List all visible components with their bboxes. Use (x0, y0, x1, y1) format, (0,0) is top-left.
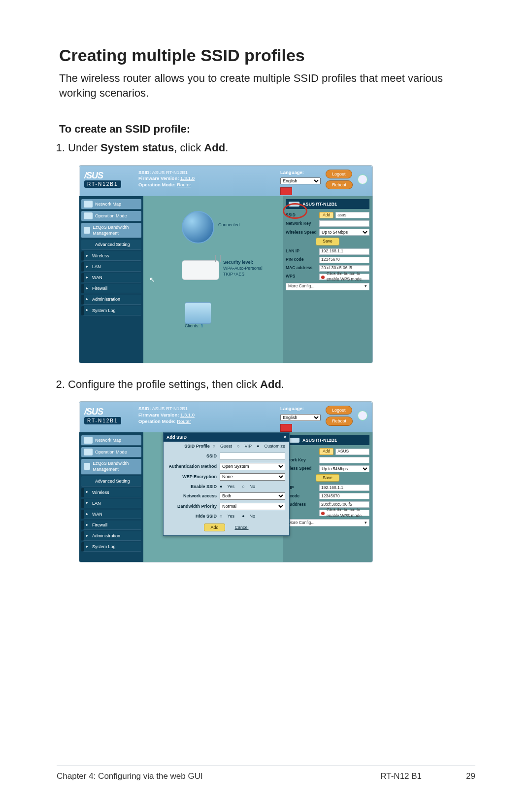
save-button[interactable]: Save (316, 238, 339, 245)
client-icon (185, 302, 211, 324)
sidebar-item-firewall[interactable]: Firewall (81, 284, 141, 293)
sidebar: Network Map Operation Mode EzQoS Bandwid… (79, 432, 143, 562)
footer-page-number: 29 (466, 771, 475, 782)
header-meta: SSID: ASUS RT-N12B1 Firmware Version: 1.… (138, 406, 275, 424)
screenshot-2: /SUS RT-N12B1 SSID: ASUS RT-N12B1 Firmwa… (79, 401, 373, 562)
language-select[interactable]: English (280, 177, 321, 184)
sidebar-item-administration[interactable]: Administration (81, 295, 141, 304)
sidebar-item-system-log[interactable]: System Log (81, 306, 141, 315)
sidebar-item-ezqos[interactable]: EzQoS Bandwidth Management (81, 459, 141, 474)
sidebar-item-advanced[interactable]: Advanced Setting (81, 240, 141, 250)
save-button[interactable]: Save (316, 474, 339, 482)
wireless-speed-select[interactable]: Up to 54Mbps (319, 229, 369, 236)
logout-button[interactable]: Logout (326, 406, 352, 415)
sidebar-item-operation-mode[interactable]: Operation Mode (81, 211, 141, 221)
flag-icon (280, 187, 292, 195)
logout-button[interactable]: Logout (326, 170, 352, 178)
enable-ssid-radios[interactable]: ● Yes ○ No (220, 484, 255, 489)
dialog-cancel-link[interactable]: Cancel (235, 524, 249, 530)
network-map-area: Connected Security level:WPA-Auto-Person… (143, 196, 283, 363)
header-meta: SSID: ASUS RT-N12B1 Firmware Version: 1.… (138, 170, 275, 188)
screenshot-1: /SUS RT-N12B1 SSID: ASUS RT-N12B1 Firmwa… (79, 165, 373, 363)
sidebar-item-wan[interactable]: WAN (81, 273, 141, 282)
wireless-speed-select[interactable]: Up to 54Mbps (319, 465, 369, 472)
footer-model: RT-N12 B1 (380, 771, 422, 782)
globe-icon (182, 211, 214, 244)
sidebar-item-administration[interactable]: Administration (81, 531, 141, 541)
sidebar-item-lan[interactable]: LAN (81, 262, 141, 272)
auth-method-select[interactable]: Open System (220, 463, 285, 470)
network-key-input[interactable] (319, 220, 369, 227)
hide-ssid-radios[interactable]: ○ Yes ● No (220, 513, 255, 519)
sidebar-item-network-map[interactable]: Network Map (81, 199, 141, 209)
system-status-panel: ASUS RT-N12B1 SSID Add asus Network Key … (283, 196, 372, 363)
gear-icon[interactable] (358, 174, 367, 184)
bandwidth-priority-select[interactable]: Normal (220, 503, 285, 510)
clients-label: Clients: 1 (185, 323, 203, 329)
language-select[interactable]: English (280, 414, 321, 421)
lan-ip-value: 192.168.1.1 (319, 248, 369, 255)
gear-icon[interactable] (358, 411, 367, 420)
network-key-input[interactable] (319, 457, 369, 463)
add-ssid-button[interactable]: Add (319, 448, 333, 454)
wep-encryption-select[interactable]: None (220, 473, 285, 481)
step-1: Under System status, click Add. (68, 140, 475, 155)
footer-chapter: Chapter 4: Configuring via the web GUI (57, 771, 203, 782)
sidebar-item-ezqos[interactable]: EzQoS Bandwidth Management (81, 223, 141, 238)
lan-ip-value: 192.168.1.1 (319, 485, 369, 491)
close-icon[interactable]: × (284, 434, 286, 440)
flag-icon (280, 424, 292, 432)
sidebar-item-wireless[interactable]: Wireless (81, 488, 141, 497)
intro-text: The wireless router allows you to create… (59, 71, 475, 100)
page-footer: Chapter 4: Configuring via the web GUI R… (57, 766, 475, 782)
language-label: Language: (280, 170, 304, 176)
dialog-ssid-input[interactable] (220, 453, 285, 460)
router-icon (289, 202, 299, 207)
sidebar-item-wan[interactable]: WAN (81, 510, 141, 519)
network-access-select[interactable]: Both (220, 492, 285, 500)
reboot-button[interactable]: Reboot (326, 417, 353, 425)
add-ssid-dialog: Add SSID × SSID Profile ○ Guest ○ VIP ● … (163, 432, 290, 536)
ssid-input[interactable]: ASUS (335, 449, 369, 455)
sidebar-item-system-log[interactable]: System Log (81, 542, 141, 552)
sidebar-item-operation-mode[interactable]: Operation Mode (81, 447, 141, 457)
sidebar-item-network-map[interactable]: Network Map (81, 435, 141, 446)
brand-logo: /SUS RT-N12B1 (84, 170, 133, 188)
wps-note: Click the button to enable WPS mode. (319, 510, 369, 516)
pin-value: 12345670 (319, 257, 369, 263)
add-ssid-button[interactable]: Add (319, 212, 333, 218)
pin-value: 12345670 (319, 493, 369, 499)
cursor-icon: ↖ (149, 275, 155, 284)
more-config-select[interactable]: More Config...▾ (286, 519, 369, 526)
ssid-profile-radios[interactable]: ○ Guest ○ VIP ● Customize (213, 443, 285, 449)
language-label: Language: (280, 406, 304, 412)
brand-logo: /SUS RT-N12B1 (84, 406, 133, 424)
step-2: Configure the profile settings, then cli… (68, 377, 475, 392)
sidebar-item-wireless[interactable]: Wireless (81, 251, 141, 261)
dialog-add-button[interactable]: Add (204, 523, 225, 531)
router-icon (182, 260, 219, 280)
procedure-heading: To create an SSID profile: (59, 122, 475, 137)
system-status-panel: ASUS RT-N12B1 ID Add ASUS twork Key rele… (283, 432, 372, 562)
reboot-button[interactable]: Reboot (326, 180, 353, 189)
security-level: Security level:WPA-Auto-Personal TKIP+AE… (223, 259, 267, 277)
sidebar-item-advanced[interactable]: Advanced Setting (81, 476, 141, 487)
wps-note: Click the button to enable WPS mode. (319, 274, 369, 280)
sidebar: Network Map Operation Mode EzQoS Bandwid… (79, 196, 143, 363)
page-title: Creating multiple SSID profiles (59, 44, 475, 67)
connected-label: Connected (218, 222, 240, 228)
ssid-input[interactable]: asus (335, 212, 369, 218)
sidebar-item-firewall[interactable]: Firewall (81, 521, 141, 530)
sidebar-item-lan[interactable]: LAN (81, 499, 141, 508)
more-config-select[interactable]: More Config...▾ (286, 283, 369, 290)
